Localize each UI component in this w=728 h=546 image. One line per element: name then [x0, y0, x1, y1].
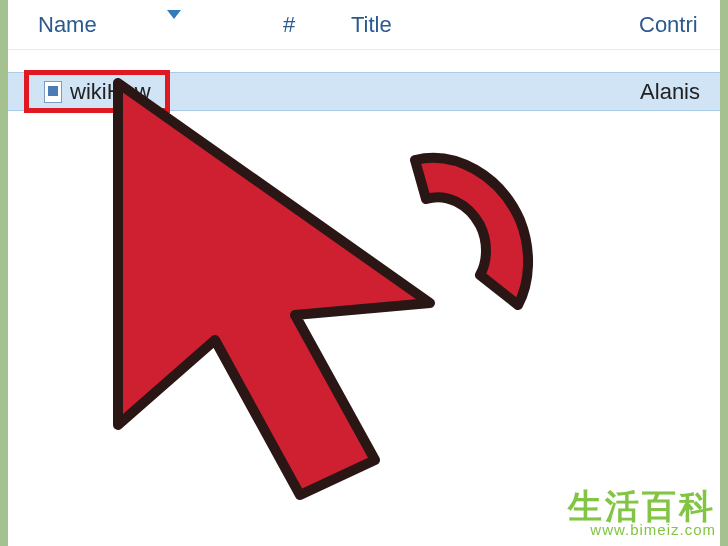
file-name-text: wikiHow [70, 79, 151, 105]
column-header-name-label: Name [38, 12, 97, 38]
file-icon [44, 81, 62, 103]
column-header-title-label: Title [351, 12, 392, 38]
column-header-contributors[interactable]: Contri [639, 0, 720, 49]
column-header-number[interactable]: # [283, 0, 351, 49]
file-contrib-cell: Alanis [640, 79, 720, 105]
spacer [8, 50, 720, 72]
file-row[interactable]: wikiHow Alanis [8, 72, 720, 111]
column-header-number-label: # [283, 12, 295, 38]
column-header-title[interactable]: Title [351, 0, 639, 49]
column-header-contributors-label: Contri [639, 12, 698, 38]
file-explorer-pane: Name # Title Contri wikiHow Alanis [8, 0, 720, 546]
column-header-row: Name # Title Contri [8, 0, 720, 50]
sort-descending-icon [167, 10, 181, 19]
file-name-cell: wikiHow [8, 73, 283, 110]
column-header-name[interactable]: Name [8, 0, 283, 49]
